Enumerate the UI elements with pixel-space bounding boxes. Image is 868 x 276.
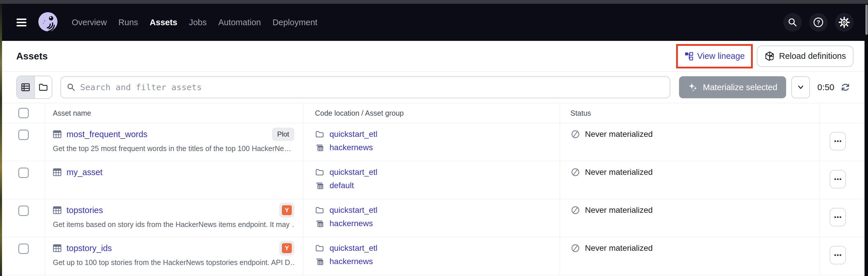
reload-definitions-button[interactable]: Reload definitions xyxy=(757,45,854,67)
row-actions-button[interactable] xyxy=(830,208,846,227)
nav-links: Overview Runs Assets Jobs Automation Dep… xyxy=(72,18,317,27)
code-location-link[interactable]: quickstart_etl xyxy=(330,206,377,215)
row-checkbox[interactable] xyxy=(18,130,29,140)
kebab-icon xyxy=(834,216,842,218)
nav-item-automation[interactable]: Automation xyxy=(218,18,261,27)
settings-button[interactable] xyxy=(835,13,854,32)
table-row: topstory_ids Y Get up to 100 top stories… xyxy=(2,237,865,275)
asset-group-link[interactable]: default xyxy=(330,181,354,190)
asset-name-link[interactable]: topstories xyxy=(66,206,103,215)
asset-description: Get items based on story ids from the Ha… xyxy=(53,220,294,229)
row-actions-button[interactable] xyxy=(830,170,846,188)
gear-icon xyxy=(838,16,850,28)
refresh-button[interactable] xyxy=(839,81,852,94)
hamburger-menu-icon[interactable] xyxy=(17,19,26,26)
folder-view-button[interactable] xyxy=(34,76,52,98)
sparkle-icon xyxy=(688,82,698,93)
status-text: Never materialized xyxy=(585,244,653,253)
asset-kind-badge: Plot xyxy=(272,128,294,141)
asset-group-icon xyxy=(315,219,324,228)
list-view-button[interactable] xyxy=(17,76,34,98)
folder-icon xyxy=(315,206,324,215)
dagster-logo-icon[interactable] xyxy=(37,11,59,33)
column-header-status: Status xyxy=(560,103,820,123)
y-combinator-icon: Y xyxy=(282,205,292,215)
kebab-icon xyxy=(834,178,842,181)
column-header-location: Code location / Asset group xyxy=(303,103,560,123)
asset-name-link[interactable]: most_frequent_words xyxy=(66,130,148,139)
select-all-checkbox[interactable] xyxy=(18,108,29,118)
never-materialized-icon xyxy=(570,205,580,215)
asset-group-icon xyxy=(315,181,324,190)
row-checkbox[interactable] xyxy=(18,168,29,178)
never-materialized-icon xyxy=(570,129,580,139)
desktop-wallpaper-sliver xyxy=(0,4,2,276)
reload-definitions-label: Reload definitions xyxy=(779,51,846,61)
kebab-icon xyxy=(834,140,842,143)
asset-description: Get the top 25 most frequent words in th… xyxy=(53,144,294,153)
nav-item-deployment[interactable]: Deployment xyxy=(273,18,318,27)
table-row: topstories Y Get items based on story id… xyxy=(2,199,865,237)
row-actions-button[interactable] xyxy=(830,132,846,150)
asset-name-link[interactable]: topstory_ids xyxy=(66,244,112,253)
help-button[interactable]: ? xyxy=(809,13,828,32)
nav-item-runs[interactable]: Runs xyxy=(119,18,138,27)
refresh-countdown: 0:50 xyxy=(817,82,834,92)
status-text: Never materialized xyxy=(585,206,653,215)
row-checkbox[interactable] xyxy=(18,206,29,216)
window-right-edge xyxy=(865,4,868,276)
nav-right-icons: ? xyxy=(783,13,854,32)
never-materialized-icon xyxy=(570,167,580,177)
asset-table-icon xyxy=(53,168,62,177)
code-location-link[interactable]: quickstart_etl xyxy=(330,244,377,253)
row-checkbox[interactable] xyxy=(18,244,29,254)
folder-icon xyxy=(315,244,324,253)
status-text: Never materialized xyxy=(585,130,653,139)
screen-top-strip xyxy=(0,0,868,4)
view-mode-toggle xyxy=(16,76,52,99)
table-row: most_frequent_words Plot Get the top 25 … xyxy=(2,123,865,161)
asset-group-link[interactable]: hackernews xyxy=(330,143,373,152)
svg-text:?: ? xyxy=(817,19,820,26)
materialize-selected-button[interactable]: Materialize selected xyxy=(679,76,786,98)
header-actions: View lineage Reload definitions xyxy=(676,44,854,68)
asset-group-link[interactable]: hackernews xyxy=(330,257,373,266)
scrollbar-thumb[interactable] xyxy=(865,5,868,35)
code-location-link[interactable]: quickstart_etl xyxy=(330,168,377,177)
view-lineage-label: View lineage xyxy=(697,51,745,61)
nav-item-jobs[interactable]: Jobs xyxy=(189,18,207,27)
list-view-icon xyxy=(21,82,30,92)
lineage-icon xyxy=(684,51,693,61)
asset-group-icon xyxy=(315,257,324,266)
search-button[interactable] xyxy=(783,13,802,32)
search-filter-box[interactable] xyxy=(60,76,670,98)
assets-table: Asset name Code location / Asset group S… xyxy=(2,103,865,275)
folder-icon xyxy=(315,168,324,177)
materialize-dropdown-button[interactable] xyxy=(792,76,810,98)
asset-table-icon xyxy=(53,130,62,139)
asset-name-link[interactable]: my_asset xyxy=(66,168,102,177)
hackernews-badge: Y xyxy=(279,241,294,256)
search-input[interactable] xyxy=(80,82,664,93)
hackernews-badge: Y xyxy=(279,203,294,218)
nav-item-assets[interactable]: Assets xyxy=(150,18,177,27)
page-header: Assets View lineage xyxy=(2,41,865,72)
table-header-row: Asset name Code location / Asset group S… xyxy=(2,103,865,123)
asset-group-link[interactable]: hackernews xyxy=(330,219,373,228)
help-icon: ? xyxy=(812,16,824,28)
code-location-link[interactable]: quickstart_etl xyxy=(330,130,377,139)
asset-table-icon xyxy=(53,206,62,214)
asset-description: Get up to 100 top stories from the Hacke… xyxy=(53,258,294,267)
refresh-icon xyxy=(840,82,851,93)
view-lineage-button[interactable]: View lineage xyxy=(678,46,751,67)
folder-icon xyxy=(315,130,324,139)
annotation-highlight-box: View lineage xyxy=(676,44,753,68)
materialize-selected-label: Materialize selected xyxy=(703,82,777,92)
chevron-down-icon xyxy=(797,83,805,91)
asset-group-icon xyxy=(315,143,324,152)
assets-toolbar: Materialize selected 0:50 xyxy=(2,72,865,103)
y-combinator-icon: Y xyxy=(282,243,292,253)
row-actions-button[interactable] xyxy=(830,246,846,265)
nav-item-overview[interactable]: Overview xyxy=(72,18,107,27)
status-text: Never materialized xyxy=(585,168,653,177)
